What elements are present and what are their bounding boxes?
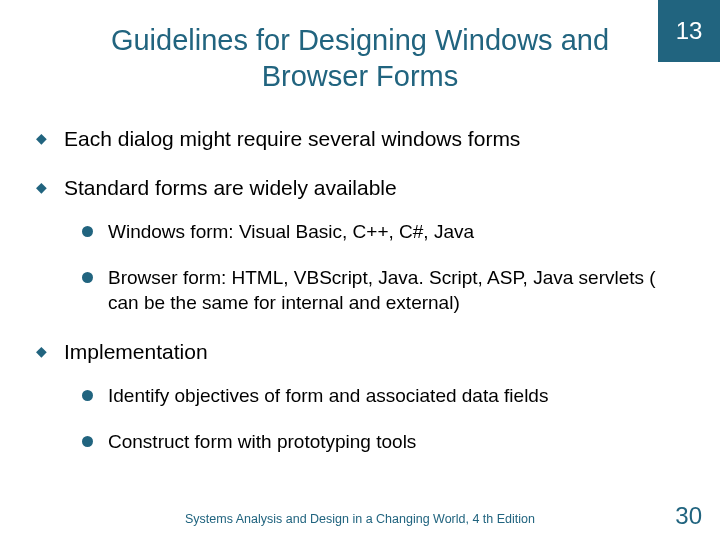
sub-bullet-text: Windows form: Visual Basic, C++, C#, Jav… — [108, 221, 474, 242]
list-item: Identify objectives of form and associat… — [82, 383, 686, 409]
sub-list: Windows form: Visual Basic, C++, C#, Jav… — [64, 219, 686, 316]
list-item: Windows form: Visual Basic, C++, C#, Jav… — [82, 219, 686, 245]
slide-number: 13 — [676, 17, 703, 45]
sub-list: Identify objectives of form and associat… — [64, 383, 686, 454]
list-item: Implementation Identify objectives of fo… — [34, 338, 686, 455]
bullet-text: Each dialog might require several window… — [64, 127, 520, 150]
sub-bullet-text: Identify objectives of form and associat… — [108, 385, 548, 406]
list-item: Standard forms are widely available Wind… — [34, 174, 686, 316]
sub-bullet-text: Browser form: HTML, VBScript, Java. Scri… — [108, 267, 656, 314]
slide-title: Guidelines for Designing Windows and Bro… — [100, 22, 620, 95]
slide: 13 Guidelines for Designing Windows and … — [0, 0, 720, 540]
page-number: 30 — [675, 502, 702, 530]
bullet-text: Implementation — [64, 340, 208, 363]
bullet-list: Each dialog might require several window… — [34, 125, 686, 455]
sub-bullet-text: Construct form with prototyping tools — [108, 431, 416, 452]
bullet-text: Standard forms are widely available — [64, 176, 397, 199]
footer-text: Systems Analysis and Design in a Changin… — [0, 512, 720, 526]
list-item: Construct form with prototyping tools — [82, 429, 686, 455]
list-item: Browser form: HTML, VBScript, Java. Scri… — [82, 265, 686, 316]
slide-number-badge: 13 — [658, 0, 720, 62]
list-item: Each dialog might require several window… — [34, 125, 686, 152]
